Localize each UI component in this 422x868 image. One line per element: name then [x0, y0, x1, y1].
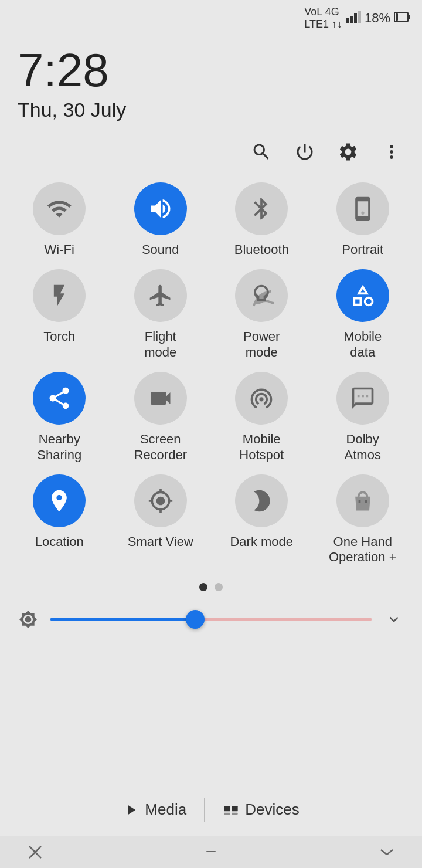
nearby-sharing-label: NearbySharing	[37, 432, 81, 463]
status-bar: VoL 4GLTE1 ↑↓ 18%	[0, 0, 422, 29]
dark-mode-label: Dark mode	[230, 534, 293, 550]
page-dot-2	[215, 583, 223, 591]
tile-mobile-data[interactable]: Mobiledata	[315, 269, 411, 360]
devices-button[interactable]: Devices	[211, 796, 311, 823]
svg-rect-7	[224, 806, 231, 811]
power-button[interactable]	[292, 139, 318, 165]
tile-location[interactable]: Location	[12, 474, 107, 565]
tile-dolby-atmos[interactable]: DolbyAtmos	[315, 372, 411, 463]
battery-icon-wrapper	[394, 11, 410, 26]
svg-rect-8	[232, 806, 238, 811]
wifi-icon-bg	[33, 182, 86, 235]
bottom-bar: Media Devices	[0, 786, 422, 833]
more-button[interactable]	[379, 139, 404, 165]
sound-icon-bg	[134, 182, 187, 235]
brightness-expand-button[interactable]	[383, 609, 404, 630]
nav-home[interactable]	[199, 840, 223, 864]
page-dot-1	[199, 583, 207, 591]
nav-back[interactable]	[23, 840, 47, 864]
portrait-icon-bg	[336, 182, 389, 235]
svg-rect-0	[346, 18, 349, 23]
location-icon-bg	[33, 474, 86, 527]
svg-rect-5	[396, 13, 398, 21]
flight-mode-icon-bg	[134, 269, 187, 322]
bottom-divider	[204, 798, 205, 822]
tile-sound[interactable]: Sound	[113, 182, 209, 257]
tile-torch[interactable]: Torch	[12, 269, 107, 360]
portrait-label: Portrait	[342, 242, 383, 257]
network-indicator: VoL 4GLTE1 ↑↓	[304, 6, 342, 30]
svg-rect-10	[232, 812, 238, 815]
smart-view-label: Smart View	[128, 534, 193, 550]
svg-rect-1	[350, 16, 353, 23]
tile-nearby-sharing[interactable]: NearbySharing	[12, 372, 107, 463]
smart-view-icon-bg	[134, 474, 187, 527]
action-row	[0, 127, 422, 177]
one-hand-label: One HandOperation +	[329, 534, 397, 565]
location-label: Location	[35, 534, 84, 550]
svg-rect-9	[224, 812, 231, 815]
mobile-data-icon-bg	[336, 269, 389, 322]
brightness-icon	[18, 609, 39, 630]
tile-smart-view[interactable]: Smart View	[113, 474, 209, 565]
tiles-grid: Wi-Fi Sound Bluetooth Portrait Torch Fli…	[0, 177, 422, 577]
nav-recent[interactable]	[375, 840, 399, 864]
wifi-label: Wi-Fi	[45, 242, 74, 257]
svg-rect-6	[408, 15, 410, 19]
tile-wifi[interactable]: Wi-Fi	[12, 182, 107, 257]
torch-icon-bg	[33, 269, 86, 322]
bluetooth-label: Bluetooth	[234, 242, 289, 257]
tile-dark-mode[interactable]: Dark mode	[214, 474, 309, 565]
mobile-data-label: Mobiledata	[343, 329, 382, 360]
tile-bluetooth[interactable]: Bluetooth	[214, 182, 309, 257]
power-mode-label: Powermode	[243, 329, 280, 360]
brightness-row	[0, 603, 422, 636]
media-button[interactable]: Media	[111, 796, 198, 823]
bluetooth-icon-bg	[235, 182, 288, 235]
flight-mode-label: Flightmode	[144, 329, 176, 360]
time-display: 7:28	[18, 47, 404, 94]
dolby-atmos-icon-bg	[336, 372, 389, 425]
screen-recorder-icon-bg	[134, 372, 187, 425]
slider-thumb[interactable]	[186, 610, 205, 629]
nav-bar	[0, 836, 422, 868]
torch-label: Torch	[43, 329, 75, 344]
mobile-hotspot-label: MobileHotspot	[239, 432, 284, 463]
svg-rect-2	[354, 13, 357, 23]
tile-screen-recorder[interactable]: ScreenRecorder	[113, 372, 209, 463]
sound-label: Sound	[142, 242, 179, 257]
brightness-slider[interactable]	[50, 618, 372, 621]
power-mode-icon-bg	[235, 269, 288, 322]
svg-rect-3	[358, 11, 361, 23]
tile-mobile-hotspot[interactable]: MobileHotspot	[214, 372, 309, 463]
one-hand-icon-bg	[336, 474, 389, 527]
time-section: 7:28 Thu, 30 July	[0, 29, 422, 127]
page-indicators	[0, 583, 422, 591]
tile-portrait[interactable]: Portrait	[315, 182, 411, 257]
tile-power-mode[interactable]: Powermode	[214, 269, 309, 360]
screen-recorder-label: ScreenRecorder	[134, 432, 187, 463]
settings-button[interactable]	[335, 139, 361, 165]
nearby-sharing-icon-bg	[33, 372, 86, 425]
mobile-hotspot-icon-bg	[235, 372, 288, 425]
tile-one-hand[interactable]: One HandOperation +	[315, 474, 411, 565]
tile-flight-mode[interactable]: Flightmode	[113, 269, 209, 360]
signal-bars	[346, 10, 361, 26]
dolby-atmos-label: DolbyAtmos	[345, 432, 381, 463]
date-display: Thu, 30 July	[18, 99, 404, 121]
dark-mode-icon-bg	[235, 474, 288, 527]
search-button[interactable]	[249, 139, 274, 165]
battery-percent: 18%	[365, 11, 390, 26]
svg-rect-11	[206, 851, 216, 852]
